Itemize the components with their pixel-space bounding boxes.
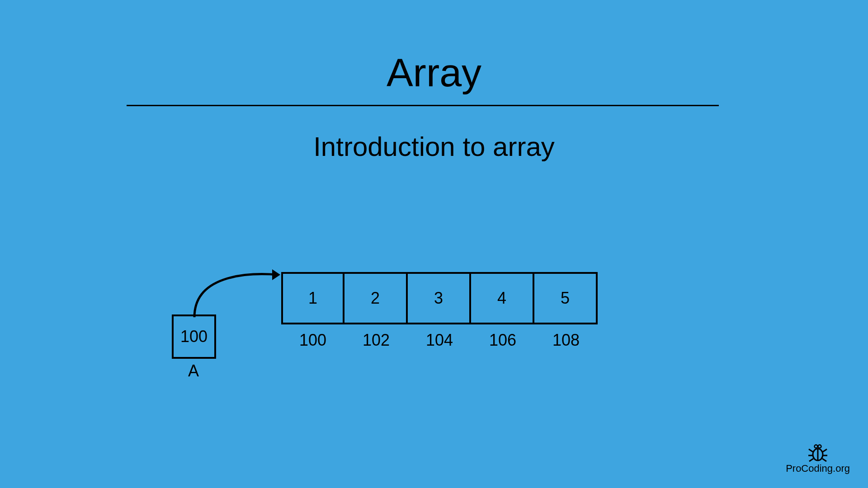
watermark-text: ProCoding.org bbox=[786, 463, 850, 474]
svg-point-4 bbox=[818, 445, 821, 448]
array-cell: 5 bbox=[534, 272, 598, 324]
array-addresses-row: 100 102 104 106 108 bbox=[281, 331, 598, 350]
svg-line-10 bbox=[822, 459, 826, 461]
array-address: 100 bbox=[281, 331, 344, 350]
page-title: Array bbox=[387, 50, 481, 96]
array-cell: 2 bbox=[344, 272, 408, 324]
array-cell: 1 bbox=[281, 272, 344, 324]
page-subtitle: Introduction to array bbox=[313, 131, 555, 162]
svg-line-7 bbox=[809, 459, 813, 461]
array-cell: 3 bbox=[408, 272, 471, 324]
array-address: 106 bbox=[471, 331, 534, 350]
svg-point-3 bbox=[815, 445, 818, 448]
pointer-label: A bbox=[188, 361, 199, 380]
pointer-arrow bbox=[190, 263, 294, 331]
array-address: 102 bbox=[344, 331, 408, 350]
array-cells-row: 1 2 3 4 5 bbox=[281, 272, 598, 324]
svg-line-8 bbox=[823, 449, 827, 452]
array-address: 104 bbox=[408, 331, 471, 350]
array-cell: 4 bbox=[471, 272, 534, 324]
array-address: 108 bbox=[534, 331, 598, 350]
watermark: ProCoding.org bbox=[786, 444, 850, 474]
svg-line-5 bbox=[809, 449, 813, 452]
bug-icon bbox=[807, 444, 829, 462]
array-diagram: 100 A 1 2 3 4 5 100 102 104 106 108 bbox=[172, 267, 624, 402]
svg-marker-0 bbox=[272, 269, 280, 280]
title-underline bbox=[127, 105, 719, 106]
